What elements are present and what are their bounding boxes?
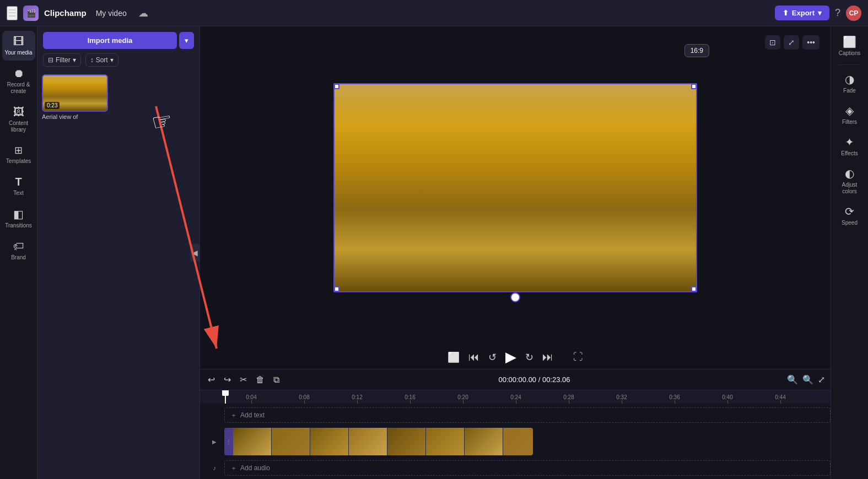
filter-button[interactable]: ⊟ Filter ▾: [43, 53, 81, 67]
right-item-fade[interactable]: ◑ Fade: [833, 68, 866, 99]
add-audio-track[interactable]: ＋ Add audio: [224, 460, 831, 476]
ruler-mark: 0:36: [648, 394, 701, 404]
sidebar-item-templates[interactable]: ⊞ Templates: [2, 140, 35, 169]
forward-button[interactable]: ↻: [525, 351, 533, 363]
panel-collapse-button[interactable]: ◀: [190, 244, 200, 262]
cut-button[interactable]: ✂: [238, 373, 249, 386]
adjust-colors-label: Adjust colors: [835, 182, 864, 195]
rotate-handle[interactable]: ↻: [510, 292, 520, 302]
fit-to-window-button[interactable]: ⤢: [818, 374, 825, 385]
undo-button[interactable]: ↩: [206, 373, 217, 386]
video-frame-thumb: [465, 428, 503, 455]
timeline-ruler: 0:04 0:08 0:12 0:16: [200, 390, 831, 404]
filter-sort-row: ⊟ Filter ▾ ↕ Sort ▾: [43, 53, 194, 67]
timeline: ↩ ↪ ✂ 🗑 ⧉ 00:00:00.00 / 00:23.06 🔍 🔍 ⤢: [200, 369, 831, 479]
app-name: Clipchamp: [44, 8, 87, 18]
skip-to-end-button[interactable]: ⏭: [542, 351, 553, 363]
video-track-row: ▶ ⋮: [204, 427, 831, 456]
add-text-track[interactable]: ＋ Add text: [224, 407, 831, 423]
sidebar-item-label-transitions: Transitions: [5, 222, 32, 229]
export-icon: ⬆: [783, 9, 789, 17]
video-frame-thumb: [349, 428, 387, 455]
media-duration: 0:23: [45, 102, 60, 109]
help-button[interactable]: ?: [835, 7, 840, 19]
captions-label: Captions: [839, 50, 860, 57]
video-frame[interactable]: [333, 83, 697, 292]
playhead-handle[interactable]: [222, 390, 229, 396]
right-item-speed[interactable]: ⟳ Speed: [833, 200, 866, 231]
topbar-right: ⬆ Export ▾ ? CP: [775, 6, 861, 21]
ruler-mark: 0:12: [331, 394, 384, 404]
list-item[interactable]: 0:23 Aerial view of: [42, 74, 108, 120]
more-options-button[interactable]: •••: [802, 35, 820, 50]
playback-controls: ⬜ ⏮ ↺ ▶ ↻ ⏭ ⛶: [200, 343, 831, 369]
audio-track-content: ＋ Add audio: [224, 459, 831, 477]
templates-icon: ⊞: [14, 144, 23, 156]
record-icon: ⏺: [13, 67, 24, 80]
sidebar-item-text[interactable]: T Text: [2, 171, 35, 201]
ruler-mark: 0:04: [225, 394, 278, 404]
right-item-effects[interactable]: ✦ Effects: [833, 131, 866, 161]
ruler-mark: 0:40: [701, 394, 754, 404]
export-button[interactable]: ⬆ Export ▾: [775, 6, 829, 20]
sidebar-item-label-templates: Templates: [6, 158, 31, 165]
adjust-colors-icon: ◐: [845, 167, 854, 180]
effects-label: Effects: [841, 150, 858, 157]
text-track-content: ＋ Add text: [224, 406, 831, 424]
corner-handle-bl[interactable]: [334, 286, 339, 292]
video-track-left-handle[interactable]: ⋮: [224, 428, 233, 455]
play-button[interactable]: ▶: [505, 349, 516, 366]
skip-to-start-button[interactable]: ⏮: [468, 351, 479, 363]
sidebar-item-label-record: Record & create: [4, 81, 33, 95]
corner-handle-br[interactable]: [691, 286, 697, 292]
menu-button[interactable]: ☰: [7, 6, 18, 20]
corner-handle-tr[interactable]: [691, 84, 697, 89]
sidebar-item-record[interactable]: ⏺ Record & create: [2, 63, 35, 99]
preview-toolbar: ⊡ ⤢ •••: [765, 35, 820, 50]
avatar[interactable]: CP: [846, 6, 861, 21]
transitions-icon: ◧: [13, 208, 24, 221]
timeline-toolbar: ↩ ↪ ✂ 🗑 ⧉ 00:00:00.00 / 00:23.06 🔍 🔍 ⤢: [200, 369, 831, 390]
sidebar-item-your-media[interactable]: 🎞 Your media: [2, 31, 35, 61]
corner-handle-tl[interactable]: [334, 84, 339, 89]
video-track-frames: [233, 428, 533, 455]
duplicate-button[interactable]: ⧉: [271, 374, 282, 386]
add-audio-icon: ＋: [230, 464, 237, 473]
crop-button[interactable]: ⊡: [765, 35, 780, 50]
sidebar-item-label-your-media: Your media: [4, 50, 32, 56]
right-item-adjust-colors[interactable]: ◐ Adjust colors: [833, 162, 866, 199]
sidebar-item-label-content-library: Content library: [4, 120, 33, 133]
project-name[interactable]: My video: [92, 7, 131, 19]
rewind-button[interactable]: ↺: [488, 351, 497, 363]
topbar-left: ☰ 🎬 Clipchamp My video ☁: [7, 6, 148, 21]
filters-label: Filters: [842, 119, 857, 126]
sidebar-item-transitions[interactable]: ◧ Transitions: [2, 203, 35, 233]
expand-button[interactable]: ⤢: [784, 35, 799, 50]
sort-button[interactable]: ↕ Sort ▾: [85, 53, 118, 67]
zoom-out-button[interactable]: 🔍: [787, 374, 798, 385]
total-time: 00:23.06: [542, 375, 570, 384]
sidebar-item-content-library[interactable]: 🖼 Content library: [2, 101, 35, 138]
fade-label: Fade: [843, 88, 856, 94]
redo-button[interactable]: ↪: [222, 373, 233, 386]
import-media-button[interactable]: Import media: [43, 32, 177, 49]
effects-icon: ✦: [845, 135, 854, 149]
app-logo: 🎬: [23, 6, 39, 21]
add-text-label: Add text: [240, 411, 265, 419]
filter-icon: ⊟: [48, 56, 53, 64]
speed-label: Speed: [842, 220, 858, 226]
right-item-captions[interactable]: ⬜ Captions: [833, 31, 866, 61]
right-panel-divider: [839, 64, 861, 65]
aspect-ratio-button[interactable]: 16:9: [684, 44, 709, 57]
fullscreen-button[interactable]: ⛶: [573, 351, 583, 363]
media-panel-header: Import media ▾ ⊟ Filter ▾ ↕ Sort ▾: [37, 26, 200, 70]
video-track[interactable]: ⋮: [224, 428, 533, 455]
playhead[interactable]: [225, 390, 226, 404]
timeline-body: 0:04 0:08 0:12 0:16: [200, 390, 831, 479]
import-dropdown-button[interactable]: ▾: [179, 32, 194, 49]
delete-button[interactable]: 🗑: [254, 374, 267, 386]
subtitle-toggle-button[interactable]: ⬜: [448, 351, 460, 363]
sidebar-item-brand-kit[interactable]: 🏷 Brand: [2, 236, 35, 265]
zoom-in-button[interactable]: 🔍: [802, 374, 813, 385]
right-item-filters[interactable]: ◈ Filters: [833, 100, 866, 130]
